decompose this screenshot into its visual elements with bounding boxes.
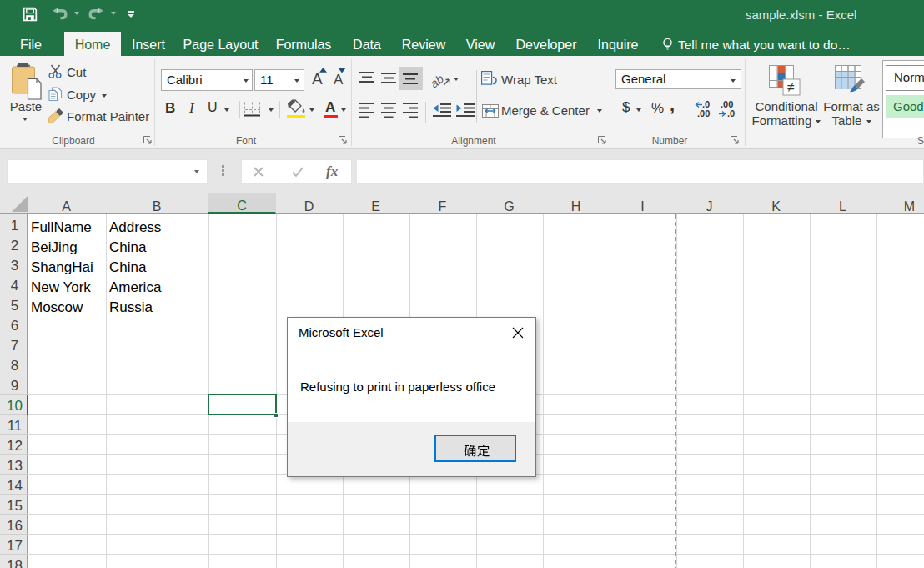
svg-text:ab: ab <box>432 72 446 90</box>
svg-text:≠: ≠ <box>787 80 795 94</box>
